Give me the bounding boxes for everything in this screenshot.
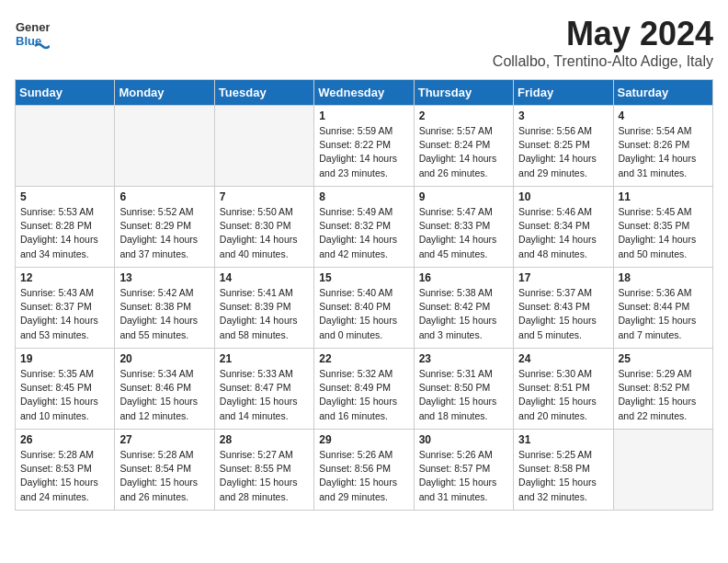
day-number: 9 bbox=[419, 190, 508, 203]
calendar-cell: 15Sunrise: 5:40 AM Sunset: 8:40 PM Dayli… bbox=[314, 268, 414, 349]
calendar-cell: 26Sunrise: 5:28 AM Sunset: 8:53 PM Dayli… bbox=[16, 430, 115, 511]
day-number: 31 bbox=[518, 433, 608, 446]
calendar-cell: 16Sunrise: 5:38 AM Sunset: 8:42 PM Dayli… bbox=[414, 268, 513, 349]
day-number: 1 bbox=[319, 109, 408, 122]
day-number: 18 bbox=[619, 271, 708, 284]
calendar-cell: 4Sunrise: 5:54 AM Sunset: 8:26 PM Daylig… bbox=[613, 106, 712, 187]
day-info: Sunrise: 5:52 AM Sunset: 8:29 PM Dayligh… bbox=[119, 205, 209, 261]
day-number: 5 bbox=[20, 190, 109, 203]
calendar-cell: 22Sunrise: 5:32 AM Sunset: 8:49 PM Dayli… bbox=[314, 349, 414, 430]
day-header-saturday: Saturday bbox=[613, 80, 712, 106]
calendar-table: SundayMondayTuesdayWednesdayThursdayFrid… bbox=[15, 79, 713, 511]
calendar-cell: 20Sunrise: 5:34 AM Sunset: 8:46 PM Dayli… bbox=[115, 349, 214, 430]
day-header-friday: Friday bbox=[514, 80, 613, 106]
day-number: 16 bbox=[419, 271, 508, 284]
day-header-sunday: Sunday bbox=[16, 80, 115, 106]
day-info: Sunrise: 5:47 AM Sunset: 8:33 PM Dayligh… bbox=[419, 205, 508, 261]
day-info: Sunrise: 5:31 AM Sunset: 8:50 PM Dayligh… bbox=[419, 367, 508, 423]
day-info: Sunrise: 5:43 AM Sunset: 8:37 PM Dayligh… bbox=[20, 286, 109, 342]
calendar-cell: 18Sunrise: 5:36 AM Sunset: 8:44 PM Dayli… bbox=[613, 268, 712, 349]
day-header-tuesday: Tuesday bbox=[214, 80, 313, 106]
calendar-cell: 5Sunrise: 5:53 AM Sunset: 8:28 PM Daylig… bbox=[16, 187, 115, 268]
day-number: 7 bbox=[220, 190, 309, 203]
day-info: Sunrise: 5:53 AM Sunset: 8:28 PM Dayligh… bbox=[20, 205, 109, 261]
day-info: Sunrise: 5:28 AM Sunset: 8:53 PM Dayligh… bbox=[20, 448, 109, 504]
day-info: Sunrise: 5:42 AM Sunset: 8:38 PM Dayligh… bbox=[119, 286, 209, 342]
calendar-week-3: 12Sunrise: 5:43 AM Sunset: 8:37 PM Dayli… bbox=[16, 268, 713, 349]
calendar-cell: 8Sunrise: 5:49 AM Sunset: 8:32 PM Daylig… bbox=[314, 187, 414, 268]
calendar-cell: 29Sunrise: 5:26 AM Sunset: 8:56 PM Dayli… bbox=[314, 430, 414, 511]
calendar-cell: 19Sunrise: 5:35 AM Sunset: 8:45 PM Dayli… bbox=[16, 349, 115, 430]
day-number: 6 bbox=[119, 190, 209, 203]
day-number: 10 bbox=[518, 190, 608, 203]
day-number: 4 bbox=[619, 109, 708, 122]
calendar-cell bbox=[115, 106, 214, 187]
calendar-cell: 9Sunrise: 5:47 AM Sunset: 8:33 PM Daylig… bbox=[414, 187, 513, 268]
calendar-cell bbox=[613, 430, 712, 511]
calendar-cell: 11Sunrise: 5:45 AM Sunset: 8:35 PM Dayli… bbox=[613, 187, 712, 268]
day-info: Sunrise: 5:38 AM Sunset: 8:42 PM Dayligh… bbox=[419, 286, 508, 342]
calendar-cell: 13Sunrise: 5:42 AM Sunset: 8:38 PM Dayli… bbox=[115, 268, 214, 349]
calendar-cell: 31Sunrise: 5:25 AM Sunset: 8:58 PM Dayli… bbox=[514, 430, 613, 511]
logo: General Blue bbox=[15, 15, 50, 50]
day-info: Sunrise: 5:29 AM Sunset: 8:52 PM Dayligh… bbox=[619, 367, 708, 423]
calendar-week-4: 19Sunrise: 5:35 AM Sunset: 8:45 PM Dayli… bbox=[16, 349, 713, 430]
calendar-cell bbox=[214, 106, 313, 187]
day-info: Sunrise: 5:46 AM Sunset: 8:34 PM Dayligh… bbox=[518, 205, 608, 261]
day-info: Sunrise: 5:37 AM Sunset: 8:43 PM Dayligh… bbox=[518, 286, 608, 342]
day-info: Sunrise: 5:30 AM Sunset: 8:51 PM Dayligh… bbox=[518, 367, 608, 423]
calendar-cell: 7Sunrise: 5:50 AM Sunset: 8:30 PM Daylig… bbox=[214, 187, 313, 268]
day-number: 24 bbox=[518, 352, 608, 365]
day-info: Sunrise: 5:34 AM Sunset: 8:46 PM Dayligh… bbox=[119, 367, 209, 423]
calendar-cell: 6Sunrise: 5:52 AM Sunset: 8:29 PM Daylig… bbox=[115, 187, 214, 268]
day-number: 23 bbox=[419, 352, 508, 365]
day-number: 22 bbox=[319, 352, 408, 365]
day-number: 30 bbox=[419, 433, 508, 446]
svg-text:Blue: Blue bbox=[16, 34, 41, 48]
calendar-cell: 24Sunrise: 5:30 AM Sunset: 8:51 PM Dayli… bbox=[514, 349, 613, 430]
day-number: 21 bbox=[220, 352, 309, 365]
day-info: Sunrise: 5:26 AM Sunset: 8:57 PM Dayligh… bbox=[419, 448, 508, 504]
day-number: 3 bbox=[518, 109, 608, 122]
day-number: 11 bbox=[619, 190, 708, 203]
calendar-cell: 1Sunrise: 5:59 AM Sunset: 8:22 PM Daylig… bbox=[314, 106, 414, 187]
calendar-cell: 28Sunrise: 5:27 AM Sunset: 8:55 PM Dayli… bbox=[214, 430, 313, 511]
title-block: May 2024 Collalbo, Trentino-Alto Adige, … bbox=[493, 15, 713, 70]
day-number: 20 bbox=[119, 352, 209, 365]
day-number: 2 bbox=[419, 109, 508, 122]
calendar-body: 1Sunrise: 5:59 AM Sunset: 8:22 PM Daylig… bbox=[16, 106, 713, 511]
day-info: Sunrise: 5:56 AM Sunset: 8:25 PM Dayligh… bbox=[518, 124, 608, 180]
day-info: Sunrise: 5:26 AM Sunset: 8:56 PM Dayligh… bbox=[319, 448, 408, 504]
day-info: Sunrise: 5:36 AM Sunset: 8:44 PM Dayligh… bbox=[619, 286, 708, 342]
day-info: Sunrise: 5:40 AM Sunset: 8:40 PM Dayligh… bbox=[319, 286, 408, 342]
day-info: Sunrise: 5:27 AM Sunset: 8:55 PM Dayligh… bbox=[220, 448, 309, 504]
day-number: 26 bbox=[20, 433, 109, 446]
calendar-cell: 3Sunrise: 5:56 AM Sunset: 8:25 PM Daylig… bbox=[514, 106, 613, 187]
day-number: 13 bbox=[119, 271, 209, 284]
day-number: 27 bbox=[119, 433, 209, 446]
calendar-week-2: 5Sunrise: 5:53 AM Sunset: 8:28 PM Daylig… bbox=[16, 187, 713, 268]
day-info: Sunrise: 5:32 AM Sunset: 8:49 PM Dayligh… bbox=[319, 367, 408, 423]
day-number: 25 bbox=[619, 352, 708, 365]
day-info: Sunrise: 5:25 AM Sunset: 8:58 PM Dayligh… bbox=[518, 448, 608, 504]
day-info: Sunrise: 5:49 AM Sunset: 8:32 PM Dayligh… bbox=[319, 205, 408, 261]
day-number: 29 bbox=[319, 433, 408, 446]
calendar-week-1: 1Sunrise: 5:59 AM Sunset: 8:22 PM Daylig… bbox=[16, 106, 713, 187]
day-number: 28 bbox=[220, 433, 309, 446]
calendar-cell: 2Sunrise: 5:57 AM Sunset: 8:24 PM Daylig… bbox=[414, 106, 513, 187]
day-number: 14 bbox=[220, 271, 309, 284]
calendar-cell: 23Sunrise: 5:31 AM Sunset: 8:50 PM Dayli… bbox=[414, 349, 513, 430]
day-info: Sunrise: 5:33 AM Sunset: 8:47 PM Dayligh… bbox=[220, 367, 309, 423]
month-title: May 2024 bbox=[493, 15, 713, 53]
calendar-cell: 10Sunrise: 5:46 AM Sunset: 8:34 PM Dayli… bbox=[514, 187, 613, 268]
day-number: 17 bbox=[518, 271, 608, 284]
logo-icon: General Blue bbox=[15, 15, 50, 50]
day-number: 19 bbox=[20, 352, 109, 365]
day-info: Sunrise: 5:57 AM Sunset: 8:24 PM Dayligh… bbox=[419, 124, 508, 180]
day-info: Sunrise: 5:50 AM Sunset: 8:30 PM Dayligh… bbox=[220, 205, 309, 261]
day-number: 8 bbox=[319, 190, 408, 203]
calendar-cell: 17Sunrise: 5:37 AM Sunset: 8:43 PM Dayli… bbox=[514, 268, 613, 349]
calendar-cell: 21Sunrise: 5:33 AM Sunset: 8:47 PM Dayli… bbox=[214, 349, 313, 430]
day-number: 15 bbox=[319, 271, 408, 284]
day-number: 12 bbox=[20, 271, 109, 284]
